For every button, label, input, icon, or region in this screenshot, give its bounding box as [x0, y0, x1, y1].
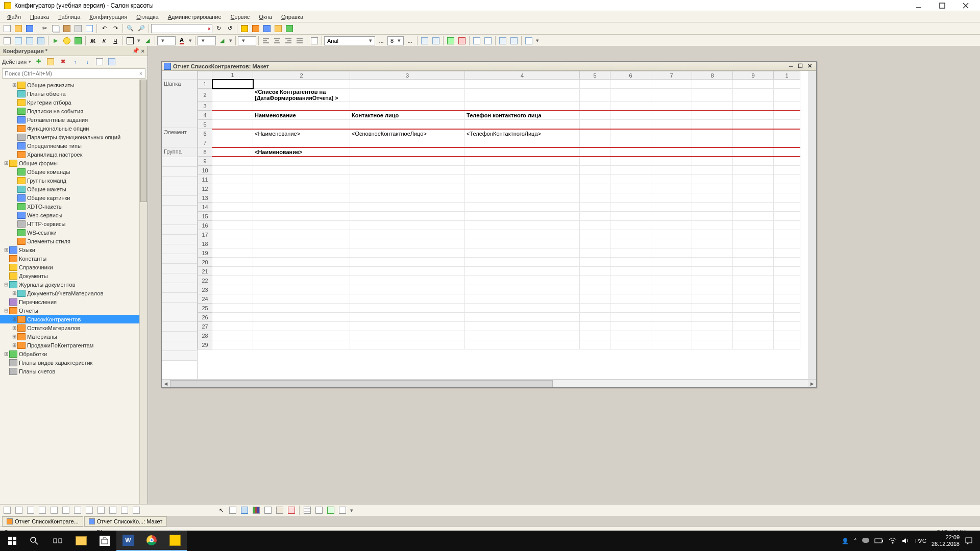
cell[interactable] — [465, 322, 580, 331]
cell[interactable] — [651, 129, 692, 138]
cell[interactable] — [692, 331, 733, 340]
cell[interactable] — [212, 304, 253, 313]
notifications-icon[interactable] — [965, 537, 973, 545]
bt10-icon[interactable] — [108, 505, 118, 515]
cell[interactable] — [692, 276, 733, 285]
spreadsheet[interactable]: 123456789112<Список Контрагентов на [Дат… — [198, 71, 816, 379]
cell[interactable] — [253, 138, 350, 147]
cell[interactable] — [651, 258, 692, 267]
cell[interactable]: Контактное лицо — [350, 111, 465, 120]
cell[interactable] — [253, 276, 350, 285]
cell[interactable] — [580, 267, 610, 276]
area-icon[interactable] — [337, 505, 348, 515]
cell[interactable] — [253, 313, 350, 322]
cell[interactable] — [580, 258, 610, 267]
tree-item[interactable]: Перечисления — [0, 297, 148, 306]
cell[interactable] — [651, 157, 692, 166]
tree-item[interactable]: ⊞Обработки — [0, 349, 148, 358]
cell[interactable] — [651, 80, 692, 89]
cell[interactable] — [580, 331, 610, 340]
cell[interactable] — [774, 285, 800, 294]
cell[interactable] — [733, 221, 774, 230]
cell[interactable] — [212, 193, 253, 203]
cell[interactable] — [692, 230, 733, 239]
cell[interactable] — [651, 175, 692, 184]
wifi-icon[interactable] — [889, 537, 897, 544]
cell[interactable] — [465, 221, 580, 230]
align-left-icon[interactable] — [261, 36, 271, 46]
tree-item[interactable]: ⊟Отчеты — [0, 306, 148, 315]
cell4-icon[interactable] — [36, 36, 46, 46]
cell[interactable] — [350, 267, 465, 276]
cell[interactable] — [651, 276, 692, 285]
cell[interactable] — [774, 239, 800, 248]
tree-item[interactable]: WS-ссылки — [0, 228, 148, 237]
menu-item[interactable]: Таблица — [54, 13, 84, 21]
cell[interactable] — [692, 147, 733, 157]
cell[interactable] — [253, 285, 350, 294]
merge-icon[interactable] — [309, 36, 320, 46]
cell[interactable] — [774, 221, 800, 230]
cell[interactable] — [733, 322, 774, 331]
cell[interactable]: <Наименование> — [253, 129, 350, 138]
bt11-icon[interactable] — [119, 505, 130, 515]
cell[interactable] — [692, 111, 733, 120]
add-icon[interactable]: ✚ — [33, 57, 43, 67]
cell[interactable] — [580, 129, 610, 138]
cell[interactable] — [733, 230, 774, 239]
cell[interactable] — [253, 331, 350, 340]
tree-item[interactable]: Web-сервисы — [0, 211, 148, 219]
cell[interactable] — [692, 129, 733, 138]
cell[interactable] — [580, 89, 610, 102]
fontcolor-drop-icon[interactable]: ▾ — [188, 36, 193, 46]
cell[interactable] — [350, 285, 465, 294]
task-view-icon[interactable] — [46, 531, 69, 551]
cell[interactable] — [610, 102, 651, 111]
cell[interactable] — [733, 304, 774, 313]
cell[interactable] — [651, 102, 692, 111]
cell[interactable] — [253, 166, 350, 175]
cell[interactable] — [692, 80, 733, 89]
paste-icon[interactable] — [62, 23, 72, 34]
cell[interactable] — [774, 193, 800, 203]
cell[interactable] — [610, 111, 651, 120]
cell[interactable] — [580, 313, 610, 322]
cell[interactable] — [774, 230, 800, 239]
cell[interactable] — [580, 221, 610, 230]
cell[interactable] — [610, 138, 651, 147]
cell[interactable] — [212, 285, 253, 294]
text-box-icon[interactable] — [228, 505, 238, 515]
menu-item[interactable]: Справка — [277, 13, 307, 21]
cell[interactable] — [774, 147, 800, 157]
cell[interactable] — [580, 230, 610, 239]
delete-row-icon[interactable] — [457, 36, 467, 46]
table-icon[interactable] — [263, 505, 273, 515]
cell[interactable] — [651, 221, 692, 230]
cell[interactable] — [350, 340, 465, 349]
launch-icon[interactable] — [262, 23, 272, 34]
cell[interactable] — [580, 102, 610, 111]
cell[interactable] — [610, 80, 651, 89]
edit-icon[interactable] — [45, 57, 56, 67]
tree-item[interactable]: ⊞Материалы — [0, 332, 148, 341]
cell[interactable] — [350, 184, 465, 193]
cell[interactable] — [733, 294, 774, 304]
cell[interactable] — [610, 120, 651, 129]
cell[interactable] — [465, 166, 580, 175]
cell[interactable] — [692, 285, 733, 294]
cell[interactable] — [350, 294, 465, 304]
cell[interactable] — [610, 193, 651, 203]
cell[interactable] — [692, 340, 733, 349]
cell[interactable] — [774, 304, 800, 313]
cell[interactable] — [692, 102, 733, 111]
cell[interactable] — [651, 193, 692, 203]
indent-dec-icon[interactable] — [420, 36, 430, 46]
cell[interactable] — [212, 230, 253, 239]
cell[interactable] — [733, 340, 774, 349]
cell[interactable] — [692, 221, 733, 230]
cell[interactable] — [253, 294, 350, 304]
group-icon[interactable] — [472, 36, 482, 46]
doc-tab[interactable]: Отчет СписокКо...: Макет — [84, 516, 167, 527]
expand-icon[interactable]: ⊞ — [11, 316, 17, 322]
cell[interactable] — [253, 340, 350, 349]
